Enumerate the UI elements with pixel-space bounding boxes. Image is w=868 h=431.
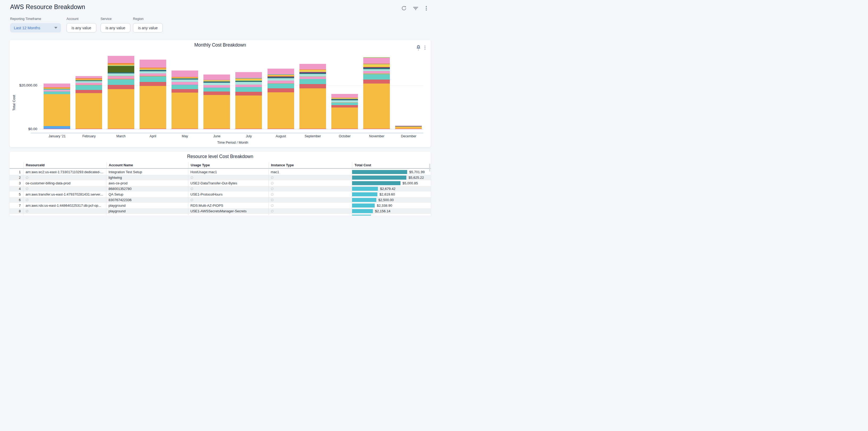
bar-segment-magenta[interactable] xyxy=(395,129,422,129)
filter-icon[interactable] xyxy=(412,5,419,12)
bar-segment-olive[interactable] xyxy=(108,66,134,72)
bar-segment-magenta[interactable] xyxy=(75,129,102,129)
cell-total-cost[interactable]: $2,679.42 xyxy=(352,186,431,191)
bar-segment-red[interactable] xyxy=(363,80,390,83)
bar-segment-amber[interactable] xyxy=(363,84,390,129)
header-resource-id[interactable]: ResourceId xyxy=(23,162,106,168)
account-filter-button[interactable]: is any value xyxy=(66,23,96,32)
bar-segment-pink[interactable] xyxy=(43,84,70,87)
bar-segment-amber[interactable] xyxy=(395,127,422,129)
cell-account-name[interactable]: 868001352780 xyxy=(106,186,188,191)
cell-account-name[interactable]: playground xyxy=(106,203,188,208)
bar-segment-pink[interactable] xyxy=(363,71,390,73)
table-scrollbar[interactable] xyxy=(429,164,430,172)
bar-segment-teal[interactable] xyxy=(75,85,102,90)
stacked-bar-october[interactable] xyxy=(331,94,358,129)
cell-account-name[interactable]: 830767422336 xyxy=(106,197,188,203)
header-instance-type[interactable]: Instance Type xyxy=(269,162,352,168)
bar-segment-red[interactable] xyxy=(108,85,134,89)
table-row[interactable]: 7arn:aws:rds:us-east-1:448640225317:db:p… xyxy=(9,203,431,208)
bar-segment-pink[interactable] xyxy=(75,76,102,79)
cell-instance-type[interactable]: mac1 xyxy=(269,169,352,175)
cell-instance-type[interactable]: ∅ xyxy=(269,191,352,197)
bar-segment-teal[interactable] xyxy=(172,85,198,89)
bar-segment-pink[interactable] xyxy=(363,58,390,64)
header-account-name[interactable]: Account Name xyxy=(106,162,188,168)
bar-segment-pink[interactable] xyxy=(204,74,230,80)
stacked-bar-august[interactable] xyxy=(268,69,294,129)
bar-segment-red[interactable] xyxy=(75,90,102,93)
bar-segment-amber[interactable] xyxy=(204,95,230,129)
bar-segment-teal[interactable] xyxy=(363,74,390,80)
cell-resource-id[interactable] xyxy=(23,214,106,216)
bar-segment-teal[interactable] xyxy=(300,79,326,84)
cell-instance-type[interactable]: ∅ xyxy=(269,175,352,180)
cell-total-cost[interactable]: $5,701.99 xyxy=(352,169,431,175)
table-row[interactable]: 1arn:aws:ec2:us-east-1:733017110293:dedi… xyxy=(9,169,431,175)
cell-total-cost[interactable]: $2,156.14 xyxy=(352,208,431,214)
cell-usage-type[interactable]: RDS:Multi-AZ-PIOPS xyxy=(188,203,269,208)
cell-instance-type[interactable]: ∅ xyxy=(269,203,352,208)
bar-segment-amber[interactable] xyxy=(75,93,102,129)
cell-usage-type[interactable]: USE1-ProtocolHours xyxy=(188,191,269,197)
bar-segment-pink[interactable] xyxy=(172,70,198,77)
table-row[interactable]: 3ce-customer-billing-data-prodaws-ce-pro… xyxy=(9,180,431,186)
bar-segment-pink[interactable] xyxy=(268,81,294,83)
bar-segment-teal[interactable] xyxy=(331,103,358,105)
cell-total-cost[interactable] xyxy=(352,214,431,216)
cell-instance-type[interactable]: ∅ xyxy=(269,197,352,203)
bar-segment-red[interactable] xyxy=(300,84,326,88)
more-options-icon[interactable] xyxy=(423,5,430,12)
bar-segment-pink[interactable] xyxy=(235,72,262,78)
bar-segment-pink[interactable] xyxy=(108,76,134,79)
table-row[interactable]: 8∅playgroundUSE1-AWSSecretsManager-Secre… xyxy=(9,208,431,214)
stacked-bar-june[interactable] xyxy=(204,74,230,129)
bar-segment-amber[interactable] xyxy=(43,94,70,126)
cell-resource-id[interactable]: ce-customer-billing-data-prod xyxy=(23,180,106,186)
cell-usage-type[interactable]: USE1-AWSSecretsManager-Secrets xyxy=(188,208,269,214)
cell-total-cost[interactable]: $5,000.85 xyxy=(352,180,431,186)
table-row[interactable] xyxy=(9,214,431,216)
header-usage-type[interactable]: Usage Type xyxy=(188,162,269,168)
cell-usage-type[interactable]: ∅ xyxy=(188,186,269,191)
stacked-bar-september[interactable] xyxy=(300,64,326,129)
bar-segment-pink[interactable] xyxy=(108,56,134,63)
bar-segment-pink[interactable] xyxy=(172,82,198,85)
stacked-bar-december[interactable] xyxy=(395,126,422,129)
bar-segment-magenta[interactable] xyxy=(43,129,70,129)
bar-segment-pale_cyan[interactable] xyxy=(140,71,166,73)
bar-segment-amber[interactable] xyxy=(172,93,198,129)
stacked-bar-january-21[interactable] xyxy=(43,84,70,129)
bar-segment-pale_cyan[interactable] xyxy=(108,73,134,76)
cell-usage-type[interactable]: ∅ xyxy=(188,197,269,203)
bar-segment-pink[interactable] xyxy=(300,76,326,79)
bar-segment-teal[interactable] xyxy=(268,84,294,88)
bar-segment-magenta[interactable] xyxy=(108,129,134,129)
cell-usage-type[interactable]: HostUsage:mac1 xyxy=(188,169,269,175)
table-row[interactable]: 6∅830767422336∅∅$2,500.00 xyxy=(9,197,431,203)
bar-segment-pink[interactable] xyxy=(75,83,102,85)
bar-segment-red[interactable] xyxy=(331,105,358,107)
bar-segment-teal[interactable] xyxy=(43,92,70,94)
header-total-cost[interactable]: Total Cost xyxy=(352,162,431,168)
cell-resource-id[interactable]: ∅ xyxy=(23,175,106,180)
stacked-bar-april[interactable] xyxy=(140,60,166,129)
bar-segment-red[interactable] xyxy=(172,89,198,93)
bar-segment-pale_cyan[interactable] xyxy=(300,74,326,76)
cell-total-cost[interactable]: $2,619.60 xyxy=(352,191,431,197)
bar-segment-magenta[interactable] xyxy=(172,129,198,129)
cell-usage-type[interactable]: ∅ xyxy=(188,175,269,180)
timeframe-dropdown[interactable]: Last 12 Months xyxy=(10,23,61,32)
stacked-bar-march[interactable] xyxy=(108,56,134,129)
bar-segment-magenta[interactable] xyxy=(204,129,230,129)
bar-segment-yellow[interactable] xyxy=(363,64,390,67)
cell-usage-type[interactable] xyxy=(188,214,269,216)
table-row[interactable]: 5arn:aws:transfer:us-east-1:479370281431… xyxy=(9,191,431,197)
cell-instance-type[interactable]: ∅ xyxy=(269,186,352,191)
bar-segment-magenta[interactable] xyxy=(140,129,166,129)
service-filter-button[interactable]: is any value xyxy=(100,23,130,32)
region-filter-button[interactable]: is any value xyxy=(133,23,163,32)
cell-resource-id[interactable]: arn:aws:ec2:us-east-1:733017110293:dedic… xyxy=(23,169,106,175)
cell-account-name[interactable] xyxy=(106,214,188,216)
bar-segment-amber[interactable] xyxy=(140,86,166,129)
